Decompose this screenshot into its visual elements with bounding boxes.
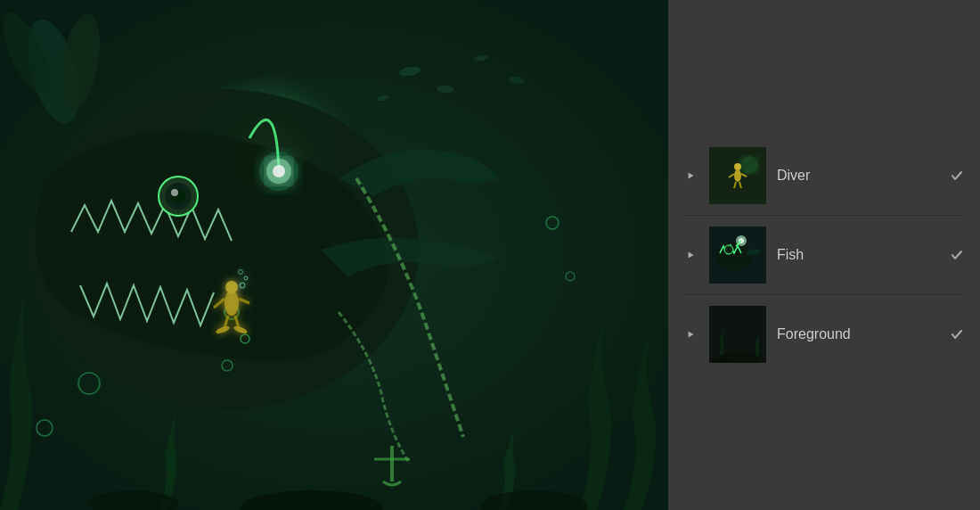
layer-row-diver[interactable]: Diver	[668, 136, 980, 215]
svg-rect-44	[0, 0, 668, 510]
svg-point-59	[727, 248, 731, 251]
svg-point-57	[716, 243, 752, 270]
layer-name-fish: Fish	[777, 247, 937, 263]
svg-marker-55	[689, 251, 694, 258]
layer-row-fish[interactable]: Fish	[668, 216, 980, 294]
layer-row-foreground[interactable]: Foreground	[668, 295, 980, 374]
canvas-image	[0, 0, 668, 510]
svg-point-49	[734, 163, 741, 170]
canvas-area	[0, 0, 668, 510]
svg-point-48	[734, 169, 741, 182]
layer-visibility-fish[interactable]	[948, 246, 966, 264]
layer-expand-diver[interactable]	[682, 168, 698, 184]
svg-marker-63	[689, 331, 694, 337]
layer-thumbnail-fish	[709, 226, 766, 284]
layer-name-diver: Diver	[777, 168, 937, 184]
svg-marker-45	[689, 172, 694, 178]
layer-thumbnail-diver	[709, 147, 766, 204]
layer-name-foreground: Foreground	[777, 326, 937, 342]
layer-expand-foreground[interactable]	[682, 326, 698, 342]
layer-visibility-foreground[interactable]	[948, 325, 966, 343]
svg-point-54	[740, 156, 758, 174]
layer-expand-fish[interactable]	[682, 247, 698, 263]
layer-visibility-diver[interactable]	[948, 167, 966, 185]
right-panel: Diver	[668, 0, 980, 510]
layer-thumbnail-foreground	[709, 306, 766, 363]
